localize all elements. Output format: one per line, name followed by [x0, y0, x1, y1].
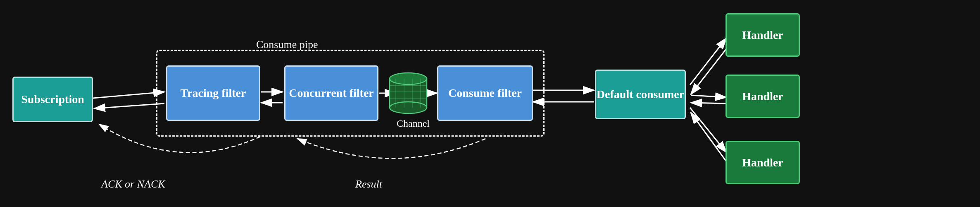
default-consumer-box: Default consumer — [595, 70, 686, 119]
svg-line-3 — [93, 92, 164, 98]
svg-point-18 — [390, 73, 427, 84]
svg-line-16 — [691, 113, 726, 161]
svg-line-14 — [691, 103, 726, 104]
ack-nack-label: ACK or NACK — [101, 178, 165, 190]
concurrent-filter-box: Concurrent filter — [284, 65, 378, 121]
consume-pipe-label: Consume pipe — [256, 39, 318, 51]
svg-line-13 — [691, 95, 726, 97]
svg-line-4 — [94, 104, 164, 108]
result-label: Result — [355, 178, 382, 190]
channel-label: Channel — [397, 118, 430, 129]
handler2-box: Handler — [725, 75, 800, 118]
channel-cylinder — [388, 71, 429, 115]
diagram: Consume pipe — [0, 0, 980, 207]
tracing-filter-box: Tracing filter — [166, 65, 260, 121]
consume-filter-box: Consume filter — [437, 65, 533, 121]
svg-line-12 — [691, 49, 726, 94]
svg-line-15 — [690, 108, 726, 152]
handler3-box: Handler — [725, 141, 800, 184]
svg-line-11 — [690, 38, 726, 85]
handler1-box: Handler — [725, 13, 800, 57]
subscription-box: Subscription — [12, 77, 93, 122]
svg-point-19 — [390, 102, 427, 113]
